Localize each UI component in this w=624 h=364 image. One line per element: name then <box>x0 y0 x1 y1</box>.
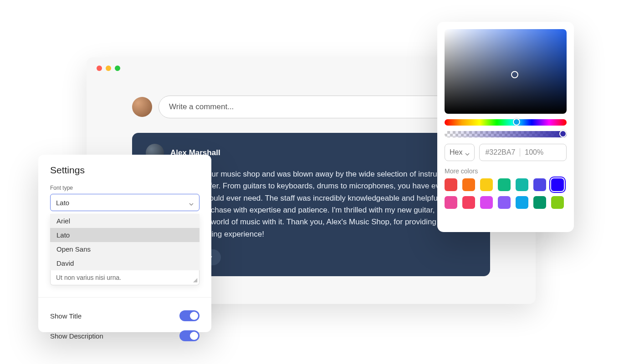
resize-grip-icon[interactable]: ◢ <box>193 277 197 283</box>
show-description-label: Show Description <box>50 332 103 340</box>
settings-title: Settings <box>50 165 199 176</box>
current-user-avatar <box>132 97 152 117</box>
color-swatch-1[interactable] <box>462 178 475 191</box>
color-swatch-12[interactable] <box>533 196 546 209</box>
maximize-window-button[interactable] <box>115 66 120 71</box>
alpha-handle[interactable] <box>559 130 567 137</box>
color-gradient-area[interactable] <box>445 29 567 114</box>
font-type-label: Font type <box>50 185 199 191</box>
color-swatch-3[interactable] <box>498 178 511 191</box>
show-description-toggle[interactable] <box>179 330 199 341</box>
color-swatch-7[interactable] <box>445 196 457 209</box>
color-format-select[interactable]: Hex <box>445 144 475 161</box>
hue-slider[interactable] <box>445 119 567 126</box>
font-type-dropdown-list: Ariel Lato Open Sans David Ut non varius… <box>50 214 199 285</box>
color-swatch-4[interactable] <box>516 178 528 191</box>
opacity-value: 100% <box>525 148 543 157</box>
show-title-row: Show Title <box>50 306 199 326</box>
font-type-select[interactable]: Lato <box>50 194 199 211</box>
minimize-window-button[interactable] <box>106 66 111 71</box>
color-swatch-6[interactable] <box>551 178 564 191</box>
color-swatch-8[interactable] <box>462 196 475 209</box>
font-option-open-sans[interactable]: Open Sans <box>50 242 199 256</box>
hex-value: #322BA7 <box>485 148 515 157</box>
font-option-david[interactable]: David <box>50 256 199 270</box>
color-swatches <box>445 178 567 209</box>
show-description-row: Show Description <box>50 326 199 346</box>
chevron-down-icon <box>189 200 194 205</box>
color-swatch-2[interactable] <box>480 178 493 191</box>
color-swatch-0[interactable] <box>445 178 457 191</box>
alpha-slider[interactable] <box>445 131 567 137</box>
gradient-handle[interactable] <box>511 71 518 78</box>
font-option-lato[interactable]: Lato <box>50 228 199 242</box>
input-separator <box>520 148 520 157</box>
color-picker-panel: Hex #322BA7 100% More colors <box>437 22 574 232</box>
color-swatch-11[interactable] <box>516 196 528 209</box>
divider <box>38 297 211 298</box>
font-option-ariel[interactable]: Ariel <box>50 214 199 228</box>
font-preview-textarea[interactable]: Ut non varius nisi urna. ◢ <box>50 270 199 285</box>
hex-input[interactable]: #322BA7 100% <box>479 144 567 161</box>
hue-handle[interactable] <box>513 118 520 126</box>
color-swatch-13[interactable] <box>551 196 564 209</box>
color-swatch-5[interactable] <box>533 178 546 191</box>
font-type-selected: Lato <box>56 199 69 207</box>
show-title-toggle[interactable] <box>179 310 199 321</box>
color-swatch-10[interactable] <box>498 196 511 209</box>
settings-panel: Settings Font type Lato Ariel Lato Open … <box>38 155 211 332</box>
show-title-label: Show Title <box>50 312 82 320</box>
color-inputs: Hex #322BA7 100% <box>445 144 567 161</box>
close-window-button[interactable] <box>97 66 102 71</box>
more-colors-label: More colors <box>445 167 567 175</box>
chevron-down-icon <box>465 150 470 155</box>
color-swatch-9[interactable] <box>480 196 493 209</box>
color-format-label: Hex <box>450 148 462 157</box>
